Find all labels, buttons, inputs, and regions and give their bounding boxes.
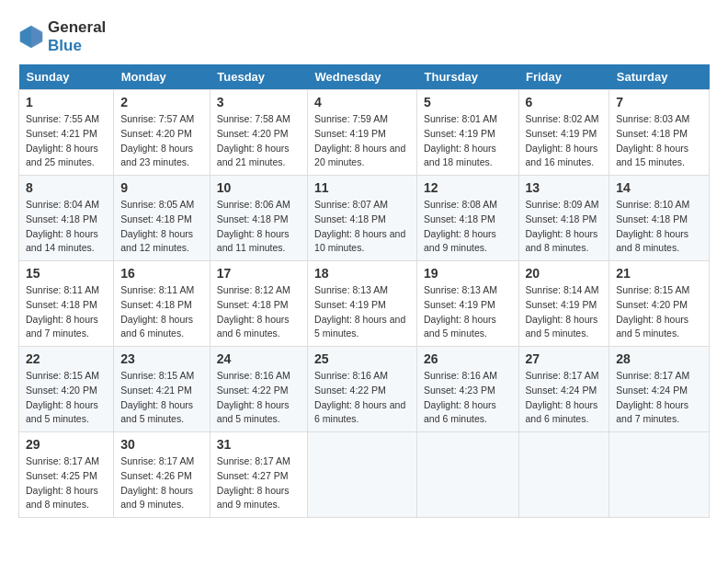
day-number: 13 — [526, 180, 603, 195]
calendar-cell: 2 Sunrise: 7:57 AM Sunset: 4:20 PM Dayli… — [114, 90, 210, 176]
calendar-cell: 11 Sunrise: 8:07 AM Sunset: 4:18 PM Dayl… — [308, 176, 417, 261]
day-number: 8 — [26, 180, 107, 195]
day-number: 10 — [217, 180, 301, 195]
calendar-cell: 12 Sunrise: 8:08 AM Sunset: 4:18 PM Dayl… — [417, 176, 518, 261]
day-number: 23 — [120, 351, 203, 366]
day-info: Sunrise: 8:07 AM Sunset: 4:18 PM Dayligh… — [314, 198, 410, 256]
calendar-cell — [417, 432, 518, 518]
day-info: Sunrise: 7:59 AM Sunset: 4:19 PM Dayligh… — [314, 112, 410, 170]
week-row-2: 8 Sunrise: 8:04 AM Sunset: 4:18 PM Dayli… — [19, 176, 710, 261]
calendar-cell: 28 Sunrise: 8:17 AM Sunset: 4:24 PM Dayl… — [609, 347, 710, 432]
day-number: 21 — [616, 266, 702, 281]
day-info: Sunrise: 8:14 AM Sunset: 4:19 PM Dayligh… — [526, 283, 603, 341]
day-info: Sunrise: 8:08 AM Sunset: 4:18 PM Dayligh… — [424, 198, 511, 256]
day-number: 29 — [26, 437, 107, 452]
week-row-1: 1 Sunrise: 7:55 AM Sunset: 4:21 PM Dayli… — [19, 90, 710, 176]
calendar-cell: 26 Sunrise: 8:16 AM Sunset: 4:23 PM Dayl… — [417, 347, 518, 432]
header-day-friday: Friday — [518, 64, 609, 90]
day-info: Sunrise: 8:17 AM Sunset: 4:25 PM Dayligh… — [26, 454, 107, 512]
header-day-tuesday: Tuesday — [210, 64, 307, 90]
week-row-5: 29 Sunrise: 8:17 AM Sunset: 4:25 PM Dayl… — [19, 432, 710, 518]
week-row-3: 15 Sunrise: 8:11 AM Sunset: 4:18 PM Dayl… — [19, 261, 710, 347]
day-number: 18 — [314, 266, 410, 281]
day-info: Sunrise: 8:11 AM Sunset: 4:18 PM Dayligh… — [26, 283, 107, 341]
day-number: 17 — [217, 266, 301, 281]
day-number: 6 — [526, 95, 603, 109]
day-info: Sunrise: 8:12 AM Sunset: 4:18 PM Dayligh… — [217, 283, 301, 341]
header-row: SundayMondayTuesdayWednesdayThursdayFrid… — [19, 64, 710, 90]
calendar-cell: 3 Sunrise: 7:58 AM Sunset: 4:20 PM Dayli… — [210, 90, 307, 176]
day-number: 1 — [26, 95, 107, 109]
day-info: Sunrise: 8:05 AM Sunset: 4:18 PM Dayligh… — [120, 198, 203, 256]
day-number: 22 — [26, 351, 107, 366]
header-day-monday: Monday — [114, 64, 210, 90]
calendar-cell: 6 Sunrise: 8:02 AM Sunset: 4:19 PM Dayli… — [518, 90, 609, 176]
day-info: Sunrise: 7:57 AM Sunset: 4:20 PM Dayligh… — [120, 112, 203, 170]
day-number: 15 — [26, 266, 107, 281]
day-number: 26 — [424, 351, 511, 366]
day-info: Sunrise: 8:16 AM Sunset: 4:22 PM Dayligh… — [314, 369, 410, 427]
calendar-cell: 31 Sunrise: 8:17 AM Sunset: 4:27 PM Dayl… — [210, 432, 307, 518]
svg-marker-2 — [20, 26, 31, 49]
day-info: Sunrise: 8:10 AM Sunset: 4:18 PM Dayligh… — [616, 198, 702, 256]
day-number: 28 — [616, 351, 702, 366]
week-row-4: 22 Sunrise: 8:15 AM Sunset: 4:20 PM Dayl… — [19, 347, 710, 432]
day-number: 30 — [120, 437, 203, 452]
calendar-cell: 16 Sunrise: 8:11 AM Sunset: 4:18 PM Dayl… — [114, 261, 210, 347]
day-info: Sunrise: 8:17 AM Sunset: 4:27 PM Dayligh… — [217, 454, 301, 512]
calendar-cell — [609, 432, 710, 518]
day-info: Sunrise: 8:17 AM Sunset: 4:24 PM Dayligh… — [616, 369, 702, 427]
calendar-cell: 20 Sunrise: 8:14 AM Sunset: 4:19 PM Dayl… — [518, 261, 609, 347]
calendar-cell: 7 Sunrise: 8:03 AM Sunset: 4:18 PM Dayli… — [609, 90, 710, 176]
calendar-cell: 14 Sunrise: 8:10 AM Sunset: 4:18 PM Dayl… — [609, 176, 710, 261]
day-number: 25 — [314, 351, 410, 366]
day-number: 7 — [616, 95, 702, 109]
calendar-cell: 21 Sunrise: 8:15 AM Sunset: 4:20 PM Dayl… — [609, 261, 710, 347]
day-info: Sunrise: 8:15 AM Sunset: 4:20 PM Dayligh… — [26, 369, 107, 427]
calendar-cell: 22 Sunrise: 8:15 AM Sunset: 4:20 PM Dayl… — [19, 347, 114, 432]
day-info: Sunrise: 7:55 AM Sunset: 4:21 PM Dayligh… — [26, 112, 107, 170]
calendar-cell: 9 Sunrise: 8:05 AM Sunset: 4:18 PM Dayli… — [114, 176, 210, 261]
svg-marker-1 — [31, 26, 42, 49]
day-number: 12 — [424, 180, 511, 195]
calendar-cell — [518, 432, 609, 518]
logo: General Blue — [18, 18, 106, 55]
calendar-cell: 17 Sunrise: 8:12 AM Sunset: 4:18 PM Dayl… — [210, 261, 307, 347]
day-info: Sunrise: 8:02 AM Sunset: 4:19 PM Dayligh… — [526, 112, 603, 170]
day-number: 11 — [314, 180, 410, 195]
day-info: Sunrise: 8:13 AM Sunset: 4:19 PM Dayligh… — [424, 283, 511, 341]
page-header: General Blue — [18, 18, 710, 55]
day-number: 3 — [217, 95, 301, 109]
day-number: 27 — [526, 351, 603, 366]
calendar-cell: 25 Sunrise: 8:16 AM Sunset: 4:22 PM Dayl… — [308, 347, 417, 432]
calendar-cell: 1 Sunrise: 7:55 AM Sunset: 4:21 PM Dayli… — [19, 90, 114, 176]
header-day-thursday: Thursday — [417, 64, 518, 90]
day-number: 5 — [424, 95, 511, 109]
day-info: Sunrise: 8:15 AM Sunset: 4:20 PM Dayligh… — [616, 283, 702, 341]
day-number: 9 — [120, 180, 203, 195]
day-info: Sunrise: 8:16 AM Sunset: 4:22 PM Dayligh… — [217, 369, 301, 427]
calendar-cell: 10 Sunrise: 8:06 AM Sunset: 4:18 PM Dayl… — [210, 176, 307, 261]
day-info: Sunrise: 8:17 AM Sunset: 4:24 PM Dayligh… — [526, 369, 603, 427]
calendar-cell: 24 Sunrise: 8:16 AM Sunset: 4:22 PM Dayl… — [210, 347, 307, 432]
day-number: 16 — [120, 266, 203, 281]
logo-text: General Blue — [48, 18, 106, 55]
calendar-cell: 29 Sunrise: 8:17 AM Sunset: 4:25 PM Dayl… — [19, 432, 114, 518]
day-number: 20 — [526, 266, 603, 281]
calendar-cell: 30 Sunrise: 8:17 AM Sunset: 4:26 PM Dayl… — [114, 432, 210, 518]
day-info: Sunrise: 7:58 AM Sunset: 4:20 PM Dayligh… — [217, 112, 301, 170]
day-number: 4 — [314, 95, 410, 109]
logo-icon — [18, 24, 44, 50]
calendar-cell: 4 Sunrise: 7:59 AM Sunset: 4:19 PM Dayli… — [308, 90, 417, 176]
calendar-cell: 13 Sunrise: 8:09 AM Sunset: 4:18 PM Dayl… — [518, 176, 609, 261]
header-day-saturday: Saturday — [609, 64, 710, 90]
calendar-cell: 15 Sunrise: 8:11 AM Sunset: 4:18 PM Dayl… — [19, 261, 114, 347]
header-day-wednesday: Wednesday — [308, 64, 417, 90]
calendar-cell: 18 Sunrise: 8:13 AM Sunset: 4:19 PM Dayl… — [308, 261, 417, 347]
day-number: 19 — [424, 266, 511, 281]
day-info: Sunrise: 8:17 AM Sunset: 4:26 PM Dayligh… — [120, 454, 203, 512]
day-number: 31 — [217, 437, 301, 452]
calendar-cell: 19 Sunrise: 8:13 AM Sunset: 4:19 PM Dayl… — [417, 261, 518, 347]
calendar-cell: 23 Sunrise: 8:15 AM Sunset: 4:21 PM Dayl… — [114, 347, 210, 432]
day-info: Sunrise: 8:01 AM Sunset: 4:19 PM Dayligh… — [424, 112, 511, 170]
